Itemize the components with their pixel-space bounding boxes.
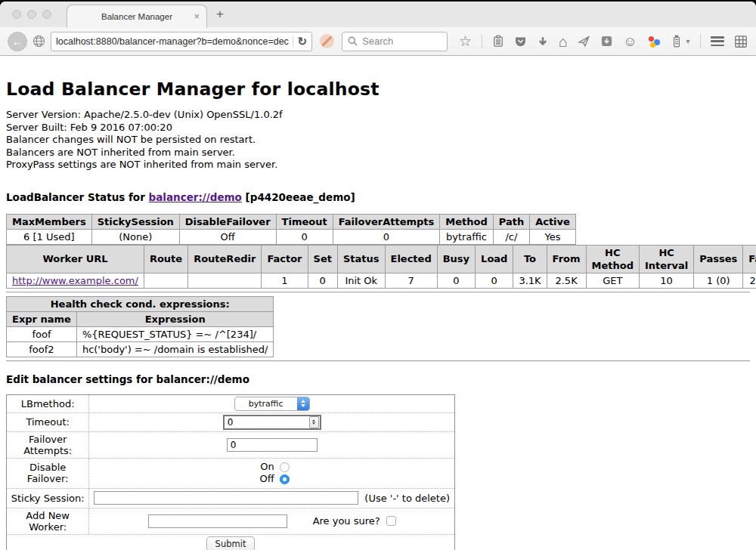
download-arrow-icon[interactable] xyxy=(537,36,549,48)
colored-dots-extension-icon[interactable] xyxy=(647,35,661,48)
url-input[interactable]: localhost:8880/balancer-manager?b=demo&n… xyxy=(56,36,289,47)
column-header: Path xyxy=(493,214,529,229)
cell-worker-url: http://www.example.com/ xyxy=(7,273,144,288)
add-worker-input[interactable] xyxy=(148,514,287,528)
form-row-timeout: Timeout: 0 xyxy=(7,412,455,431)
table-title-row: Health check cond. expressions: xyxy=(7,296,274,311)
disable-failover-off-radio[interactable] xyxy=(280,474,290,484)
home-icon[interactable]: ⌂ xyxy=(559,35,568,48)
search-input[interactable]: Search xyxy=(362,36,393,47)
timeout-input[interactable]: 0 xyxy=(223,415,321,430)
bookmark-star-icon[interactable]: ☆ xyxy=(459,34,472,48)
cell-busy: 0 xyxy=(437,273,475,288)
column-header: RouteRedir xyxy=(188,245,262,273)
column-header: Busy xyxy=(437,245,475,273)
failover-attempts-input[interactable] xyxy=(227,438,318,452)
column-header: To xyxy=(513,245,547,273)
cell-status: Init Ok xyxy=(337,273,385,288)
radio-on-label: On xyxy=(255,461,274,473)
tab-balancer-manager[interactable]: Balancer Manager × xyxy=(67,5,207,28)
worker-url-link[interactable]: http://www.example.com/ xyxy=(12,275,138,286)
cell-elected: 7 xyxy=(385,273,437,288)
column-header: MaxMembers xyxy=(7,214,92,229)
window-close-button[interactable] xyxy=(12,10,21,19)
cell-fails: 2 (0) xyxy=(743,273,756,288)
health-check-table: Health check cond. expressions: Expr nam… xyxy=(6,296,274,357)
cell-timeout: 0 xyxy=(276,229,333,244)
column-header: Passes xyxy=(694,245,743,273)
divider xyxy=(6,360,750,362)
sticky-session-label: Sticky Session: xyxy=(7,488,89,508)
confirm-label: Are you sure? xyxy=(313,515,380,527)
form-row-lbmethod: LBmethod: bytraffic xyxy=(7,394,455,412)
lbmethod-select[interactable]: bytraffic xyxy=(234,397,310,411)
back-button[interactable]: ← xyxy=(8,32,27,51)
pocket-icon[interactable] xyxy=(514,36,527,48)
form-row-failover-attempts: Failover Attempts: xyxy=(7,431,455,458)
proxypass-notice-line: ProxyPass settings are NOT inherited fro… xyxy=(6,159,750,171)
inherit-notice-line: Balancers are NOT inherited from main se… xyxy=(6,147,750,159)
cell-routeredir xyxy=(188,273,262,288)
feedback-smiley-icon[interactable]: ☺ xyxy=(623,35,637,48)
column-header: Timeout xyxy=(276,214,333,229)
server-built-line: Server Built: Feb 9 2016 07:00:20 xyxy=(6,122,750,134)
balancer-demo-link[interactable]: balancer://demo xyxy=(149,191,242,203)
table-header-row: MaxMembers StickySession DisableFailover… xyxy=(7,214,576,229)
table-row: foof %{REQUEST_STATUS} =~ /^[234]/ xyxy=(7,326,274,341)
search-icon xyxy=(348,36,358,46)
search-bar[interactable]: Search xyxy=(342,32,448,51)
chevron-down-icon[interactable]: ▾ xyxy=(686,37,690,45)
confirm-checkbox[interactable] xyxy=(386,516,396,526)
cell-path: /c/ xyxy=(493,229,529,244)
column-header: FailoverAttempts xyxy=(333,214,440,229)
send-plane-icon[interactable] xyxy=(578,36,590,48)
disable-failover-on-radio[interactable] xyxy=(280,462,290,472)
bookmarks-clipboard-icon[interactable] xyxy=(492,35,504,48)
new-tab-button[interactable]: + xyxy=(216,7,224,22)
table-row: http://www.example.com/ 1 0 Init Ok 7 0 … xyxy=(7,273,756,288)
toolbar-divider xyxy=(700,34,701,48)
window-zoom-button[interactable] xyxy=(42,10,51,19)
column-header: StickySession xyxy=(91,214,179,229)
battery-extension-icon[interactable] xyxy=(671,35,683,48)
browser-window: Balancer Manager × + ← localhost:8880/ba… xyxy=(0,2,756,550)
cell-set: 0 xyxy=(308,273,337,288)
content-blocker-icon[interactable] xyxy=(320,34,334,48)
column-header: Route xyxy=(144,245,187,273)
timeout-value: 0 xyxy=(228,417,234,428)
divider xyxy=(6,292,750,293)
failover-attempts-label: Failover Attempts: xyxy=(7,431,89,458)
tab-bar: Balancer Manager × + xyxy=(0,2,756,27)
cell-route xyxy=(144,273,187,288)
cell-expression: %{REQUEST_STATUS} =~ /^[234]/ xyxy=(76,326,274,341)
cell-maxmembers: 6 [1 Used] xyxy=(7,229,92,244)
edit-settings-heading: Edit balancer settings for balancer://de… xyxy=(6,373,750,385)
grid-pages-icon[interactable] xyxy=(734,35,748,48)
submit-button[interactable]: Submit xyxy=(206,536,256,550)
column-header: Method xyxy=(440,214,493,229)
menu-hamburger-icon[interactable] xyxy=(711,36,724,46)
cell-to: 3.1K xyxy=(513,273,547,288)
number-spinner-icon[interactable] xyxy=(309,416,319,428)
lbmethod-selected-value: bytraffic xyxy=(235,399,297,409)
sticky-session-input[interactable] xyxy=(94,491,358,505)
url-bar[interactable]: localhost:8880/balancer-manager?b=demo&n… xyxy=(51,32,312,51)
form-row-add-worker: Add New Worker: Are you sure? xyxy=(7,508,455,534)
column-header: HC Interval xyxy=(639,245,693,273)
table-header-row: Expr name Expression xyxy=(7,311,274,326)
cell-method: bytraffic xyxy=(440,229,493,244)
cell-hc-interval: 10 xyxy=(639,273,693,288)
column-header: DisableFailover xyxy=(179,214,276,229)
table-row: 6 [1 Used] (None) Off 0 0 bytraffic /c/ … xyxy=(7,229,576,244)
cell-passes: 1 (0) xyxy=(694,273,743,288)
window-minimize-button[interactable] xyxy=(27,10,36,19)
column-header: HC Method xyxy=(586,245,639,273)
table-header-row: Worker URL Route RouteRedir Factor Set S… xyxy=(7,245,756,273)
column-header: Active xyxy=(530,214,576,229)
reload-icon[interactable]: ↻ xyxy=(297,36,307,47)
tab-close-icon[interactable]: × xyxy=(194,11,200,22)
column-header: Expression xyxy=(76,311,274,326)
toolbar-divider xyxy=(482,34,482,48)
column-header: Load xyxy=(476,245,513,273)
download-box-icon[interactable] xyxy=(600,35,613,48)
